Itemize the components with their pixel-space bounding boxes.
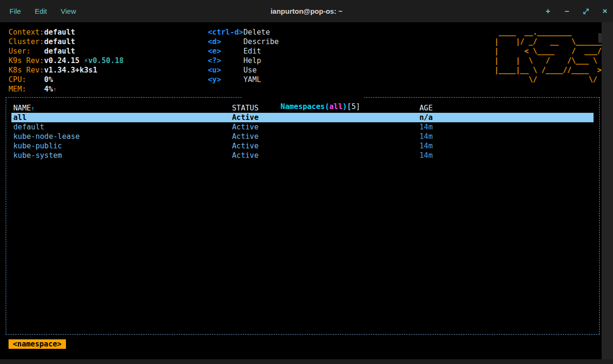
- namespace-crumb: <namespace>: [9, 339, 66, 349]
- hotkey-line: <y>YAML: [208, 75, 279, 84]
- terminal-content[interactable]: Context:defaultCluster:defaultUser:defau…: [0, 22, 602, 359]
- column-header-age: AGE: [419, 103, 433, 113]
- cell-name: kube-system: [13, 151, 62, 160]
- hotkey-key: <d>: [208, 37, 243, 46]
- info-value: default: [44, 47, 75, 55]
- scrollbar-thumb[interactable]: [598, 33, 602, 43]
- info-line: Cluster:default: [9, 37, 124, 46]
- hotkeys-panel: <ctrl-d>Delete<d>Describe<e>Edit<?>Help<…: [208, 27, 279, 84]
- hotkey-key: <u>: [208, 65, 243, 75]
- sort-arrow-icon: ↑: [31, 105, 35, 112]
- window-title: ianpurton@pop-os: ~: [0, 0, 613, 22]
- info-value: 4%: [44, 85, 53, 93]
- hotkey-key: <?>: [208, 56, 243, 65]
- info-label: Context:: [9, 27, 44, 37]
- minimize-button[interactable]: –: [564, 7, 570, 15]
- hotkey-key: <e>: [208, 46, 243, 56]
- hotkey-line: <ctrl-d>Delete: [208, 27, 279, 37]
- cluster-info-panel: Context:defaultCluster:defaultUser:defau…: [9, 27, 124, 94]
- terminal-window: File Edit View ianpurton@pop-os: ~ + – ⤢…: [0, 0, 613, 364]
- info-line: CPU:0%: [9, 75, 124, 84]
- cell-age: 14m: [419, 151, 433, 160]
- info-label: MEM:: [9, 84, 44, 94]
- upgrade-version: ⚡v0.50.18: [84, 56, 124, 65]
- cell-status: Active: [232, 151, 259, 160]
- cell-status: Active: [232, 122, 259, 132]
- namespaces-table: Namespaces(all)[5] NAME↑ STATUS AGE allA…: [6, 97, 600, 335]
- info-label: CPU:: [9, 75, 44, 84]
- hotkey-action: Use: [243, 66, 257, 74]
- scrollbar-track[interactable]: [602, 22, 613, 359]
- table-header: NAME↑ STATUS AGE: [6, 103, 599, 113]
- new-tab-button[interactable]: +: [545, 7, 551, 15]
- trend-up-icon: ↑: [53, 86, 57, 93]
- hotkey-line: <e>Edit: [208, 46, 279, 56]
- cell-name: default: [13, 122, 44, 132]
- table-row[interactable]: allActiven/a: [6, 113, 599, 122]
- cell-name: kube-public: [13, 141, 62, 151]
- cell-age: n/a: [419, 113, 433, 122]
- close-button[interactable]: ×: [602, 7, 608, 15]
- info-label: K9s Rev:: [9, 56, 44, 65]
- cell-status: Active: [232, 113, 259, 122]
- info-value: v0.24.15: [44, 56, 80, 65]
- table-row[interactable]: kube-publicActive14m: [6, 141, 599, 151]
- hotkey-action: YAML: [243, 75, 261, 84]
- hotkey-line: <d>Describe: [208, 37, 279, 46]
- cell-name: all: [13, 113, 27, 122]
- hotkey-line: <?>Help: [208, 56, 279, 65]
- table-row[interactable]: kube-node-leaseActive14m: [6, 132, 599, 141]
- selected-row-highlight: [11, 113, 594, 122]
- cell-name: kube-node-lease: [13, 132, 80, 141]
- info-line: Context:default: [9, 27, 124, 37]
- window-controls: + – ⤢ ×: [545, 0, 608, 22]
- info-line: MEM:4%↑: [9, 84, 124, 94]
- hotkey-key: <y>: [208, 75, 243, 84]
- info-label: K8s Rev:: [9, 65, 44, 75]
- column-header-name: NAME↑: [13, 103, 35, 113]
- table-row[interactable]: defaultActive14m: [6, 122, 599, 132]
- info-line: User:default: [9, 46, 124, 56]
- maximize-button[interactable]: ⤢: [583, 8, 589, 15]
- info-value: default: [44, 37, 75, 46]
- info-line: K9s Rev:v0.24.15⚡v0.50.18: [9, 56, 124, 65]
- cell-age: 14m: [419, 141, 433, 151]
- hotkey-action: Help: [243, 56, 261, 65]
- hotkey-action: Describe: [243, 37, 279, 46]
- hotkey-action: Edit: [243, 47, 261, 55]
- hotkey-action: Delete: [243, 28, 270, 36]
- info-label: Cluster:: [9, 37, 44, 46]
- column-header-status: STATUS: [232, 103, 259, 113]
- info-value: 0%: [44, 75, 53, 84]
- info-label: User:: [9, 46, 44, 56]
- cell-age: 14m: [419, 122, 433, 132]
- info-value: v1.34.3+k3s1: [44, 66, 97, 74]
- table-row[interactable]: kube-systemActive14m: [6, 151, 599, 160]
- titlebar: File Edit View ianpurton@pop-os: ~ + – ⤢…: [0, 0, 613, 22]
- window-bottom-edge: [0, 359, 613, 364]
- k9s-logo: ____ __.________ | |/ _/ __ \______ | < …: [494, 27, 602, 84]
- info-line: K8s Rev:v1.34.3+k3s1: [9, 65, 124, 75]
- cell-status: Active: [232, 132, 259, 141]
- hotkey-line: <u>Use: [208, 65, 279, 75]
- cell-status: Active: [232, 141, 259, 151]
- hotkey-key: <ctrl-d>: [208, 27, 243, 37]
- info-value: default: [44, 28, 75, 36]
- cell-age: 14m: [419, 132, 433, 141]
